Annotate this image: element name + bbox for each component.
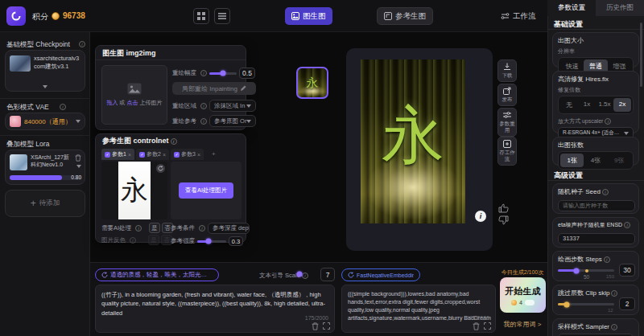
nav-tab-workflow[interactable]: 工作流 xyxy=(496,7,541,25)
tab-history[interactable]: 历史作图 xyxy=(596,0,644,16)
tab-parameters[interactable]: 参数设置 xyxy=(547,0,596,16)
download-button[interactable]: 下载 xyxy=(497,59,517,82)
upscaler-info-icon[interactable]: i xyxy=(605,118,611,125)
clip-skip-label: 跳过层数 Clip skipi xyxy=(558,289,634,297)
inpainting-button[interactable]: 局部重绘 Inpainting xyxy=(172,82,256,95)
lora-card[interactable]: XSArchi_127新科幻Neov1.0 0.80 xyxy=(5,150,85,185)
infinity-badge xyxy=(525,300,535,305)
trash-icon[interactable] xyxy=(473,322,480,330)
list-view-icon[interactable] xyxy=(214,8,230,24)
ensd-input[interactable] xyxy=(558,233,635,244)
checkpoint-info-icon[interactable]: i xyxy=(79,41,85,47)
expand-icon[interactable] xyxy=(484,322,491,330)
img2img-panel-title[interactable]: 图生图 img2img xyxy=(96,46,246,60)
settings-scrollbar[interactable] xyxy=(640,23,642,87)
reference-dropdown[interactable]: 参考原图 Or xyxy=(209,115,256,127)
nav-tab-img2img[interactable]: 图生图 xyxy=(285,7,332,25)
common-words-link[interactable]: 我的常用词 > xyxy=(499,320,546,329)
need-ai-yes-button[interactable]: 是 xyxy=(149,223,160,233)
controlnet-tab-3[interactable]: ✓ 参数3 × xyxy=(171,149,204,160)
denoise-info-icon[interactable]: i xyxy=(200,70,207,76)
controlnet-tab-2[interactable]: ✓ 参数2 × xyxy=(136,149,169,160)
invert-yes-button[interactable]: 是 xyxy=(148,235,159,245)
vae-select[interactable]: 840000（通用） xyxy=(5,113,85,130)
clip-skip-value[interactable]: 2 xyxy=(619,297,635,310)
hires-option-1-5x[interactable]: 1.5x xyxy=(596,98,613,112)
strength-value[interactable]: 0.3 xyxy=(229,236,243,246)
batch-option-4[interactable]: 4张 xyxy=(584,154,607,167)
close-icon[interactable]: × xyxy=(197,152,200,158)
batch-option-1[interactable]: 1张 xyxy=(560,154,584,167)
expand-icon[interactable] xyxy=(323,322,330,330)
controlnet-add-tab[interactable]: + xyxy=(205,149,222,160)
vae-info-icon[interactable]: i xyxy=(60,104,66,110)
toolbar-label: 下载 xyxy=(502,72,513,79)
hires-option-2x[interactable]: 2x xyxy=(613,98,631,112)
lora-caret-icon[interactable] xyxy=(76,165,81,168)
positive-prompt-input[interactable]: ((竹子)), in a blooming garden, (fresh and… xyxy=(100,289,332,321)
close-icon[interactable]: × xyxy=(163,152,166,158)
ensd-info-icon[interactable]: i xyxy=(624,222,630,228)
seed-input[interactable] xyxy=(558,200,635,211)
refresh-icon[interactable] xyxy=(101,272,108,278)
sliders-icon xyxy=(503,111,511,119)
denoise-value[interactable]: 0.5 xyxy=(239,68,255,79)
toolbar-label: 存工作流 xyxy=(499,150,515,162)
refresh-icon[interactable] xyxy=(348,272,354,278)
controlnet-tab-1[interactable]: ✓ 参数1 × xyxy=(101,149,134,160)
lora-thumbnail xyxy=(10,154,27,170)
clip-skip-slider[interactable] xyxy=(558,303,614,305)
view-ai-image-button[interactable]: 查看AI处理图片 xyxy=(179,182,233,199)
result-thumbnail[interactable]: 永 xyxy=(296,67,328,99)
image-info-icon[interactable]: i xyxy=(475,211,486,222)
checkpoint-expand-icon[interactable] xyxy=(43,85,47,88)
trash-icon[interactable] xyxy=(312,322,319,330)
grid-view-icon[interactable] xyxy=(193,8,209,24)
steps-value[interactable]: 30 xyxy=(619,264,635,277)
strength-slider[interactable] xyxy=(197,240,226,243)
checkpoint-card[interactable]: xsarchitecturalv3com建筑v3.1 xyxy=(5,50,85,92)
region-dropdown[interactable]: 涂抹区域 In xyxy=(209,100,256,112)
trash-icon[interactable] xyxy=(75,154,81,162)
seed-info-icon[interactable]: i xyxy=(602,189,609,195)
save-workflow-button[interactable]: 存工作流 xyxy=(497,137,517,166)
cfg-scale-info-icon[interactable]: i xyxy=(302,272,308,279)
hires-option-1x[interactable]: 1x xyxy=(578,98,596,112)
thumbs-down-icon[interactable] xyxy=(498,215,509,226)
reference-info-icon[interactable]: i xyxy=(200,118,207,125)
steps-info-icon[interactable]: i xyxy=(604,256,610,263)
condition-dropdown[interactable]: 参考深度 dept xyxy=(208,223,250,234)
hires-option-none[interactable]: 无 xyxy=(560,98,578,112)
close-icon[interactable]: × xyxy=(128,152,131,158)
lora-add-button[interactable]: + 待添加 xyxy=(5,190,85,217)
negative-prompt-box: (((simple background))),lowres,bad anato… xyxy=(341,285,496,333)
positive-style-tags[interactable]: 通透的质感，轻盈，唯美，太阳光，树影，动作，最佳质量 xyxy=(95,268,219,281)
generate-button[interactable]: 开始生成 4 xyxy=(500,277,546,313)
denoise-slider[interactable] xyxy=(209,72,237,75)
clip-skip-info-icon[interactable]: i xyxy=(611,290,617,297)
preview-image[interactable]: 永 xyxy=(361,59,465,223)
negative-embedding-tag[interactable]: FastNegativeEmbedding xyxy=(341,268,420,281)
controlnet-source-box[interactable]: 永 xyxy=(101,162,167,219)
need-ai-info-icon[interactable]: i xyxy=(135,225,142,232)
controlnet-panel-title[interactable]: 参考生图 controlneti xyxy=(96,134,246,147)
steps-slider[interactable] xyxy=(558,269,614,272)
controlnet-source-image: 永 xyxy=(118,162,151,219)
generate-cost-value: 4 xyxy=(519,300,522,305)
refresh-icon[interactable] xyxy=(156,164,165,173)
reuse-params-button[interactable]: 参数重用 xyxy=(497,108,517,137)
thumbs-up-icon[interactable] xyxy=(498,203,509,213)
sampler-info-icon[interactable]: i xyxy=(611,324,617,330)
points-value[interactable]: 96738 xyxy=(63,11,85,20)
img2img-upload-dropzone[interactable]: 拖入 或 点击 上传图片 xyxy=(101,65,167,125)
region-info-icon[interactable]: i xyxy=(200,103,207,109)
nav-tab-controlnet[interactable]: 参考生图 xyxy=(377,7,433,25)
condition-info-icon[interactable]: i xyxy=(199,225,205,232)
controlnet-info-icon[interactable]: i xyxy=(171,138,177,145)
cfg-scale-value[interactable]: 7 xyxy=(320,268,335,281)
lora-weight-slider[interactable]: 0.80 xyxy=(10,175,82,180)
steps-max: 150 xyxy=(606,274,614,279)
publish-button[interactable]: 发布 xyxy=(497,84,517,106)
app-logo[interactable] xyxy=(6,6,26,26)
invert-info-icon[interactable]: i xyxy=(130,237,136,244)
